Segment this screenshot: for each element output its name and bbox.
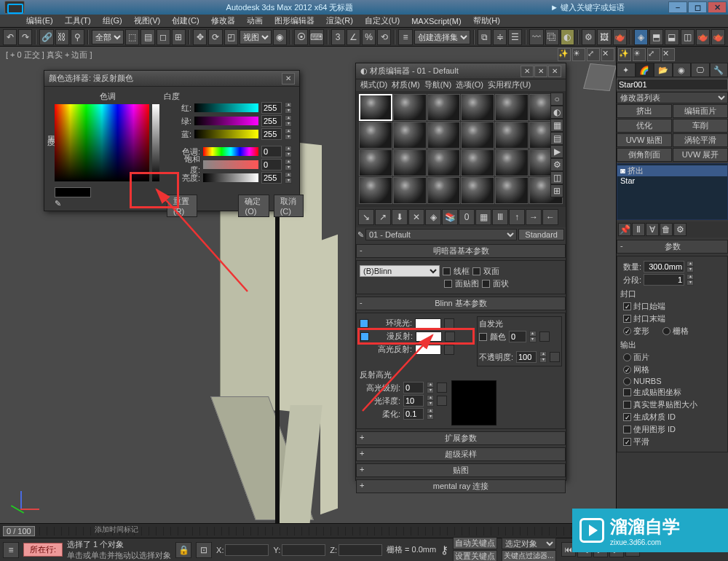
object-name-field[interactable]	[617, 79, 728, 90]
color-dlg-close[interactable]	[282, 73, 295, 85]
mat-slot[interactable]	[495, 122, 529, 149]
nsel-edit-button[interactable]: ≡	[398, 29, 412, 45]
iso-icon[interactable]: ⊡	[196, 542, 212, 558]
lock-icon[interactable]: 🔒	[175, 542, 191, 558]
vid-icon[interactable]: ▶	[550, 145, 563, 158]
window-crossing-button[interactable]: ⊞	[172, 29, 186, 45]
rfw-button[interactable]: 🖼	[597, 29, 611, 45]
amount-spinner[interactable]: ▴▾	[687, 261, 694, 272]
amb-map-slot[interactable]	[444, 318, 454, 329]
soften-field[interactable]	[403, 408, 424, 420]
cb-facemap[interactable]	[444, 280, 452, 288]
g-field[interactable]	[261, 115, 282, 127]
mat-slot[interactable]	[495, 149, 529, 176]
r-slider[interactable]	[194, 103, 258, 112]
v-slider[interactable]	[203, 173, 258, 182]
mat-id-icon[interactable]: 0	[459, 209, 475, 225]
mat-menu-opt[interactable]: 选项(O)	[456, 79, 483, 91]
spinner-snap-button[interactable]: ⟲	[377, 29, 391, 45]
gl-map-slot[interactable]	[437, 396, 447, 406]
menu-animation[interactable]: 动画	[242, 15, 267, 26]
btn-uvwunwrap[interactable]: UVW 展开	[673, 148, 728, 162]
mat-map-icon[interactable]: ⊞	[550, 184, 563, 197]
wand-icon[interactable]: ✨	[558, 48, 571, 61]
material-ed-button[interactable]: ◐	[561, 29, 574, 45]
unique-icon[interactable]: ∀	[646, 223, 659, 236]
h-slider[interactable]	[203, 147, 258, 156]
tab-modify[interactable]: 🌈	[636, 63, 654, 77]
spec-swatch[interactable]	[415, 345, 441, 355]
mat-menu-mode[interactable]: 模式(D)	[360, 79, 387, 91]
move-button[interactable]: ✥	[193, 29, 207, 45]
mat-slot[interactable]	[393, 177, 427, 204]
tab-utility[interactable]: 🔧	[710, 63, 729, 77]
mat-slot[interactable]	[427, 177, 461, 204]
menu-help[interactable]: 帮助(H)	[469, 15, 505, 26]
pin-icon[interactable]: 📌	[618, 223, 631, 236]
menu-group[interactable]: 组(G)	[98, 15, 127, 26]
percent-snap-button[interactable]: %	[362, 29, 376, 45]
pick-icon[interactable]: ✎	[357, 230, 364, 240]
ref-coord[interactable]: 视图	[240, 30, 272, 44]
viewcube[interactable]	[583, 63, 616, 91]
menu-graph[interactable]: 图形编辑器	[270, 15, 319, 26]
mat-type-button[interactable]: Standard	[518, 229, 564, 240]
cb-si-color[interactable]	[479, 333, 487, 341]
script-icon[interactable]: ≡	[3, 542, 19, 558]
value-slider[interactable]	[152, 104, 159, 181]
mat-menu-nav[interactable]: 导航(N)	[424, 79, 451, 91]
expand-icon[interactable]: ⤢	[587, 48, 600, 61]
cb-capstart[interactable]	[623, 302, 631, 310]
nav-sib-icon[interactable]: →	[526, 209, 542, 225]
mirror-button[interactable]: ⧉	[478, 29, 491, 45]
btn-turbo[interactable]: 涡轮平滑	[673, 133, 728, 147]
menu-maxscript[interactable]: MAXScript(M)	[407, 17, 465, 26]
mat-slot[interactable]	[461, 122, 494, 149]
mat-slot[interactable]	[393, 122, 427, 149]
btn-editpatch[interactable]: 编辑面片	[673, 104, 728, 118]
sel-lock[interactable]: 选定对象	[502, 538, 555, 549]
b-slider[interactable]	[194, 130, 258, 138]
in-row-button[interactable]: 所在行:	[23, 543, 63, 557]
lock-amb-icon[interactable]	[360, 319, 368, 328]
cb-genmat[interactable]	[623, 413, 631, 421]
roll-mray[interactable]: +mental ray 连接	[356, 479, 566, 493]
search-hint[interactable]: ► 键入关键字或短语	[550, 2, 625, 13]
tab-hierarchy[interactable]: 📂	[654, 63, 673, 77]
cb-wire[interactable]	[443, 267, 451, 275]
roll-blinn[interactable]: -Blinn 基本参数	[356, 297, 566, 310]
q1-button[interactable]: ◈	[634, 29, 648, 45]
reset-icon[interactable]: ✕	[408, 209, 424, 225]
ambient-swatch[interactable]	[415, 318, 441, 329]
menu-modifiers[interactable]: 修改器	[207, 15, 240, 26]
s-field[interactable]	[261, 159, 282, 170]
color-dlg-title[interactable]: 颜色选择器: 漫反射颜色	[44, 71, 299, 87]
x2-icon[interactable]: ✕	[662, 48, 675, 61]
wand2-icon[interactable]: ✨	[618, 48, 631, 61]
bind-button[interactable]: ⚲	[71, 29, 84, 45]
menu-render[interactable]: 渲染(R)	[322, 15, 357, 26]
shader-select[interactable]: (B)Blinn	[360, 265, 440, 277]
ok-button[interactable]: 确定(O)	[238, 195, 269, 217]
keymode-button[interactable]: ⌨	[309, 29, 323, 45]
scale-button[interactable]: ◰	[224, 29, 238, 45]
setkey-btn[interactable]: 设置关键点	[453, 550, 497, 561]
mat-slot[interactable]	[359, 149, 392, 176]
roll-shader[interactable]: -明暗器基本参数	[356, 244, 566, 258]
btn-uvwmap[interactable]: UVW 贴图	[617, 133, 672, 147]
mat-menu-util[interactable]: 实用程序(U)	[488, 79, 531, 91]
modifier-list[interactable]: 修改器列表	[617, 92, 728, 103]
mat-close[interactable]	[548, 66, 561, 77]
gloss-field[interactable]	[403, 395, 424, 407]
cb-smooth[interactable]	[623, 438, 631, 446]
rb-mesh[interactable]	[623, 366, 631, 374]
cb-useshape[interactable]	[623, 425, 631, 434]
q4-button[interactable]: ◫	[681, 29, 695, 45]
exp2-icon[interactable]: ⤢	[647, 48, 660, 61]
mat-slot[interactable]	[427, 94, 461, 121]
speclvl-field[interactable]	[403, 382, 424, 393]
q3-button[interactable]: ⬓	[665, 29, 678, 45]
menu-customize[interactable]: 自定义(U)	[360, 15, 404, 26]
manip-button[interactable]: ⦿	[294, 29, 308, 45]
menu-create[interactable]: 创建(C)	[167, 15, 203, 26]
